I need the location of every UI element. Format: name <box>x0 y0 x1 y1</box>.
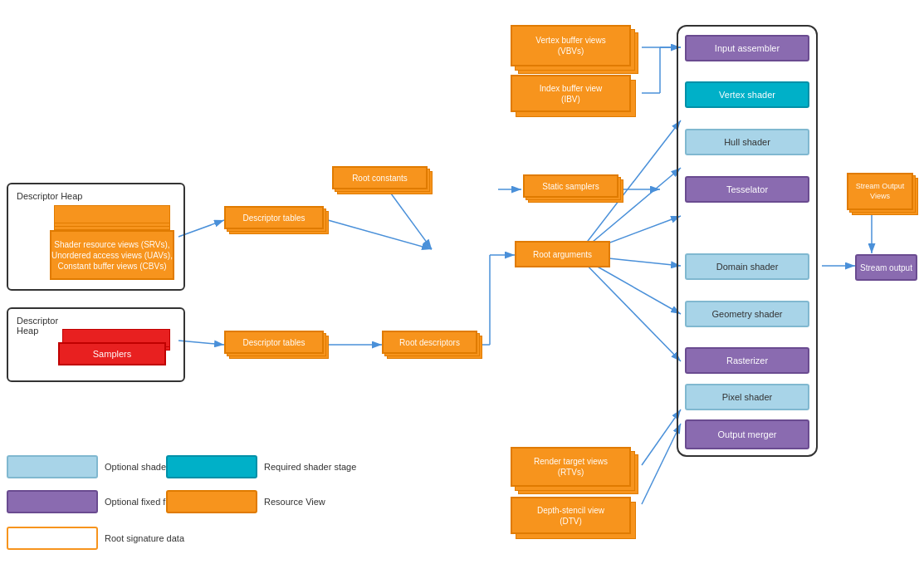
root-descriptors: Root descriptors <box>382 331 477 354</box>
legend-required-shader-box <box>166 455 257 478</box>
legend-root-sig-box <box>7 527 98 550</box>
legend-root-sig-label: Root signature data <box>105 533 184 543</box>
svg-line-23 <box>642 410 681 465</box>
root-constants: Root constants <box>332 166 428 189</box>
samplers-box: Samplers <box>58 342 166 365</box>
input-assembler: Input assembler <box>685 35 809 61</box>
static-samplers: Static samplers <box>523 174 618 198</box>
legend-resource-view-label: Resource View <box>264 497 325 507</box>
svg-line-19 <box>178 220 224 237</box>
tesselator: Tesselator <box>685 176 809 203</box>
pixel-shader: Pixel shader <box>685 384 809 410</box>
stream-output-views: Stream OutputViews <box>847 173 913 210</box>
domain-shader: Domain shader <box>685 253 809 280</box>
descriptor-heap-top: Descriptor Heap Shader resource views (S… <box>7 183 185 291</box>
svg-line-8 <box>328 220 432 249</box>
legend-optional-fixed-box <box>7 490 98 513</box>
descriptor-heap-bottom: DescriptorHeap Samplers <box>7 307 185 382</box>
descriptor-tables-top: Descriptor tables <box>224 206 324 229</box>
descriptor-tables-bottom: Descriptor tables <box>224 331 324 354</box>
descriptor-heap-bottom-label: DescriptorHeap <box>17 316 58 336</box>
root-arguments: Root arguments <box>515 241 610 267</box>
stream-output: Stream output <box>855 254 917 281</box>
index-buffer-view: Index buffer view(IBV) <box>511 75 631 112</box>
render-target-views: Render target views(RTVs) <box>511 447 631 487</box>
svg-line-18 <box>577 255 681 361</box>
output-merger: Output merger <box>685 419 809 449</box>
descriptor-heap-top-label: Descriptor Heap <box>17 191 82 201</box>
geometry-shader: Geometry shader <box>685 301 809 327</box>
svg-line-20 <box>178 341 224 345</box>
vertex-buffer-views: Vertex buffer views(VBVs) <box>511 25 631 66</box>
legend-required-shader-label: Required shader stage <box>264 462 356 472</box>
svg-line-24 <box>642 424 681 504</box>
legend-resource-view-box <box>166 490 257 513</box>
diagram-container: Descriptor Heap Shader resource views (S… <box>0 0 924 564</box>
depth-stencil-view: Depth-stencil view(DTV) <box>511 497 631 534</box>
srvs-box: Shader resource views (SRVs),Unordered a… <box>50 230 174 280</box>
rasterizer: Rasterizer <box>685 347 809 374</box>
hull-shader: Hull shader <box>685 129 809 155</box>
vertex-shader: Vertex shader <box>685 81 809 108</box>
legend-optional-shader-box <box>7 455 98 478</box>
